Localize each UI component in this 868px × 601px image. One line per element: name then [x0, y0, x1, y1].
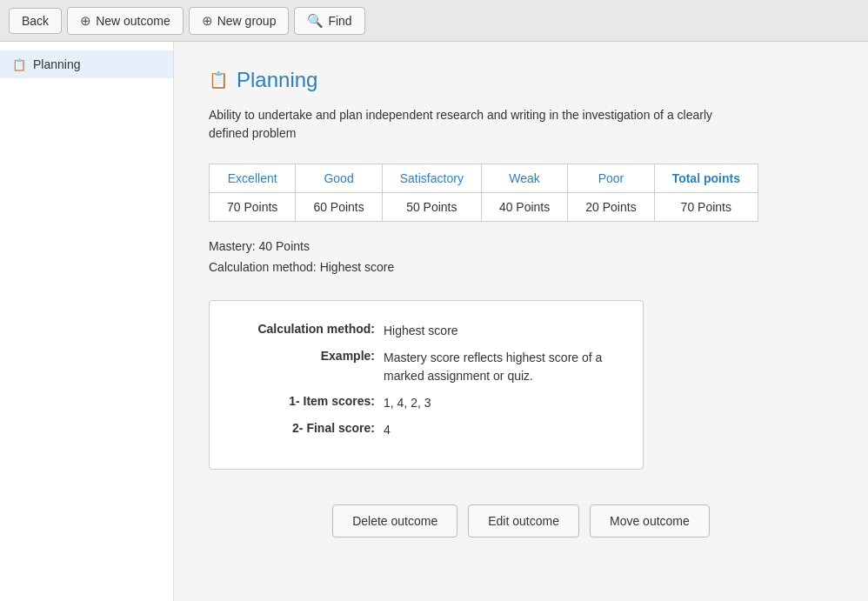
- info-row-example: Example: Mastery score reflects highest …: [236, 349, 617, 385]
- table-row: 70 Points 60 Points 50 Points 40 Points …: [210, 193, 758, 222]
- cell-weak: 40 Points: [481, 193, 567, 222]
- info-label-item-scores: 1- Item scores:: [236, 394, 375, 412]
- page-title-container: 📋 Planning: [209, 68, 833, 92]
- layout: 📋 Planning 📋 Planning Ability to underta…: [0, 42, 868, 601]
- move-outcome-button[interactable]: Move outcome: [590, 504, 710, 538]
- cell-total: 70 Points: [654, 193, 758, 222]
- col-weak: Weak: [481, 164, 567, 193]
- info-label-calc-method: Calculation method:: [236, 322, 375, 340]
- cell-satisfactory: 50 Points: [382, 193, 481, 222]
- col-satisfactory: Satisfactory: [382, 164, 481, 193]
- plus-circle-icon: ⊕: [202, 13, 213, 29]
- col-excellent: Excellent: [210, 164, 296, 193]
- plus-icon: ⊕: [80, 13, 91, 29]
- edit-outcome-label: Edit outcome: [488, 514, 559, 528]
- mastery-line: Mastery: 40 Points: [209, 239, 833, 253]
- toolbar: Back ⊕ New outcome ⊕ New group 🔍 Find: [0, 0, 868, 42]
- cell-poor: 20 Points: [568, 193, 654, 222]
- calculation-method-line: Calculation method: Highest score: [209, 260, 833, 274]
- info-label-example: Example:: [236, 349, 375, 385]
- scores-table: Excellent Good Satisfactory Weak Poor To…: [209, 164, 758, 222]
- new-group-button[interactable]: ⊕ New group: [189, 7, 290, 35]
- info-row-final-score: 2- Final score: 4: [236, 421, 617, 439]
- find-label: Find: [328, 14, 351, 28]
- info-value-example: Mastery score reflects highest score of …: [384, 349, 617, 385]
- move-outcome-label: Move outcome: [610, 514, 690, 528]
- new-outcome-label: New outcome: [96, 14, 170, 28]
- info-value-calc-method: Highest score: [384, 322, 617, 340]
- new-group-label: New group: [217, 14, 277, 28]
- info-label-final-score: 2- Final score:: [236, 421, 375, 439]
- delete-outcome-label: Delete outcome: [352, 514, 437, 528]
- cell-good: 60 Points: [296, 193, 382, 222]
- info-box: Calculation method: Highest score Exampl…: [209, 300, 644, 470]
- edit-outcome-button[interactable]: Edit outcome: [468, 504, 579, 538]
- delete-outcome-button[interactable]: Delete outcome: [332, 504, 457, 538]
- col-poor: Poor: [568, 164, 654, 193]
- col-total-points: Total points: [654, 164, 758, 193]
- cell-excellent: 70 Points: [210, 193, 296, 222]
- sidebar: 📋 Planning: [0, 42, 174, 601]
- back-button[interactable]: Back: [9, 8, 62, 34]
- page-title-icon: 📋: [209, 70, 228, 90]
- info-row-calc-method: Calculation method: Highest score: [236, 322, 617, 340]
- back-label: Back: [22, 14, 49, 28]
- bottom-buttons: Delete outcome Edit outcome Move outcome: [209, 504, 833, 538]
- col-good: Good: [296, 164, 382, 193]
- search-icon: 🔍: [307, 13, 324, 29]
- info-row-item-scores: 1- Item scores: 1, 4, 2, 3: [236, 394, 617, 412]
- info-value-final-score: 4: [384, 421, 617, 439]
- planning-icon: 📋: [12, 58, 26, 71]
- info-value-item-scores: 1, 4, 2, 3: [384, 394, 617, 412]
- main-content: 📋 Planning Ability to undertake and plan…: [174, 42, 868, 601]
- new-outcome-button[interactable]: ⊕ New outcome: [67, 7, 184, 35]
- page-title: Planning: [237, 68, 317, 92]
- sidebar-item-label: Planning: [33, 57, 81, 71]
- table-header-row: Excellent Good Satisfactory Weak Poor To…: [210, 164, 758, 193]
- page-description: Ability to undertake and plan independen…: [209, 106, 731, 143]
- find-button[interactable]: 🔍 Find: [294, 7, 364, 35]
- sidebar-item-planning[interactable]: 📋 Planning: [0, 50, 173, 78]
